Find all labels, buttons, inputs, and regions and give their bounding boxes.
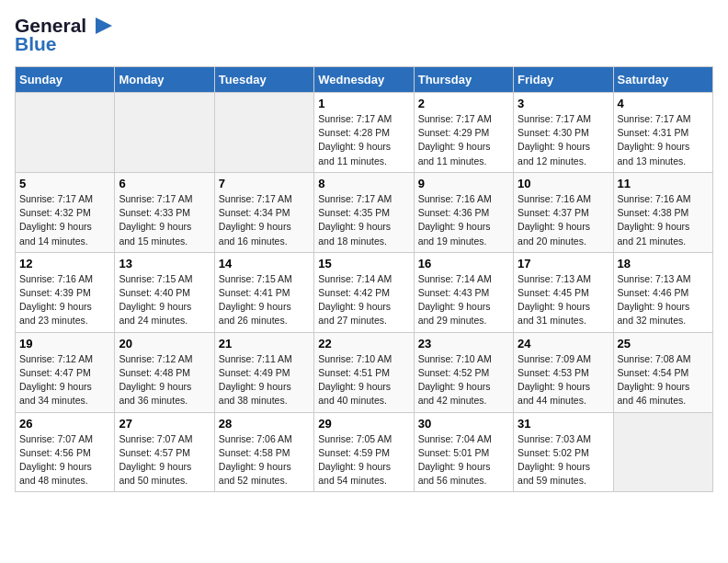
calendar-cell: 26Sunrise: 7:07 AMSunset: 4:56 PMDayligh…: [16, 412, 115, 492]
calendar-cell: [613, 412, 712, 492]
day-number: 14: [219, 257, 310, 270]
day-detail: Sunrise: 7:15 AMSunset: 4:41 PMDaylight:…: [219, 272, 310, 328]
calendar-cell: 31Sunrise: 7:03 AMSunset: 5:02 PMDayligh…: [514, 412, 613, 492]
calendar-cell: 14Sunrise: 7:15 AMSunset: 4:41 PMDayligh…: [214, 252, 313, 332]
day-detail: Sunrise: 7:04 AMSunset: 5:01 PMDaylight:…: [418, 432, 509, 488]
calendar-cell: 7Sunrise: 7:17 AMSunset: 4:34 PMDaylight…: [214, 172, 313, 252]
calendar-cell: 24Sunrise: 7:09 AMSunset: 4:53 PMDayligh…: [514, 332, 613, 412]
calendar-cell: 30Sunrise: 7:04 AMSunset: 5:01 PMDayligh…: [414, 412, 513, 492]
day-detail: Sunrise: 7:07 AMSunset: 4:57 PMDaylight:…: [119, 432, 210, 488]
day-detail: Sunrise: 7:12 AMSunset: 4:48 PMDaylight:…: [119, 352, 210, 408]
calendar-cell: 4Sunrise: 7:17 AMSunset: 4:31 PMDaylight…: [613, 93, 712, 173]
day-detail: Sunrise: 7:08 AMSunset: 4:54 PMDaylight:…: [618, 352, 709, 408]
day-detail: Sunrise: 7:16 AMSunset: 4:36 PMDaylight:…: [418, 192, 509, 248]
day-number: 6: [119, 177, 210, 190]
day-detail: Sunrise: 7:10 AMSunset: 4:52 PMDaylight:…: [418, 352, 509, 408]
calendar-cell: 13Sunrise: 7:15 AMSunset: 4:40 PMDayligh…: [115, 252, 214, 332]
day-number: 1: [318, 97, 409, 110]
day-detail: Sunrise: 7:17 AMSunset: 4:32 PMDaylight:…: [19, 192, 110, 248]
day-number: 18: [618, 257, 709, 270]
day-detail: Sunrise: 7:13 AMSunset: 4:46 PMDaylight:…: [618, 272, 709, 328]
calendar-cell: 3Sunrise: 7:17 AMSunset: 4:30 PMDaylight…: [514, 93, 613, 173]
calendar-cell: [16, 93, 115, 173]
col-wednesday: Wednesday: [314, 67, 414, 93]
calendar-cell: 20Sunrise: 7:12 AMSunset: 4:48 PMDayligh…: [115, 332, 214, 412]
day-detail: Sunrise: 7:09 AMSunset: 4:53 PMDaylight:…: [518, 352, 609, 408]
calendar-cell: 12Sunrise: 7:16 AMSunset: 4:39 PMDayligh…: [16, 252, 115, 332]
day-detail: Sunrise: 7:16 AMSunset: 4:38 PMDaylight:…: [618, 192, 709, 248]
day-detail: Sunrise: 7:17 AMSunset: 4:29 PMDaylight:…: [418, 112, 509, 168]
logo-blue-label: Blue: [15, 33, 57, 55]
day-detail: Sunrise: 7:13 AMSunset: 4:45 PMDaylight:…: [518, 272, 609, 328]
day-number: 8: [318, 177, 409, 190]
day-number: 4: [618, 97, 709, 110]
day-number: 19: [19, 337, 110, 350]
day-number: 17: [518, 257, 609, 270]
day-detail: Sunrise: 7:07 AMSunset: 4:56 PMDaylight:…: [19, 432, 110, 488]
calendar-cell: 2Sunrise: 7:17 AMSunset: 4:29 PMDaylight…: [414, 93, 513, 173]
day-detail: Sunrise: 7:12 AMSunset: 4:47 PMDaylight:…: [19, 352, 110, 408]
calendar-cell: 22Sunrise: 7:10 AMSunset: 4:51 PMDayligh…: [314, 332, 414, 412]
calendar-cell: 17Sunrise: 7:13 AMSunset: 4:45 PMDayligh…: [514, 252, 613, 332]
day-detail: Sunrise: 7:17 AMSunset: 4:30 PMDaylight:…: [518, 112, 609, 168]
calendar-cell: 5Sunrise: 7:17 AMSunset: 4:32 PMDaylight…: [16, 172, 115, 252]
logo-triangle-icon: [88, 17, 112, 35]
calendar-cell: 28Sunrise: 7:06 AMSunset: 4:58 PMDayligh…: [214, 412, 313, 492]
calendar-cell: 19Sunrise: 7:12 AMSunset: 4:47 PMDayligh…: [16, 332, 115, 412]
day-number: 22: [318, 337, 409, 350]
day-detail: Sunrise: 7:14 AMSunset: 4:43 PMDaylight:…: [418, 272, 509, 328]
day-number: 9: [418, 177, 509, 190]
day-detail: Sunrise: 7:17 AMSunset: 4:33 PMDaylight:…: [119, 192, 210, 248]
day-detail: Sunrise: 7:06 AMSunset: 4:58 PMDaylight:…: [219, 432, 310, 488]
col-tuesday: Tuesday: [214, 67, 313, 93]
page-header: General Blue: [15, 15, 713, 55]
day-number: 30: [418, 417, 509, 431]
svg-marker-1: [96, 17, 112, 34]
col-thursday: Thursday: [414, 67, 513, 93]
day-detail: Sunrise: 7:16 AMSunset: 4:39 PMDaylight:…: [19, 272, 110, 328]
calendar-cell: 10Sunrise: 7:16 AMSunset: 4:37 PMDayligh…: [514, 172, 613, 252]
day-number: 3: [518, 97, 609, 110]
logo: General Blue: [15, 15, 112, 55]
calendar-cell: [115, 93, 214, 173]
calendar-cell: 8Sunrise: 7:17 AMSunset: 4:35 PMDaylight…: [314, 172, 414, 252]
calendar-cell: 21Sunrise: 7:11 AMSunset: 4:49 PMDayligh…: [214, 332, 313, 412]
day-number: 28: [219, 417, 310, 431]
day-number: 21: [219, 337, 310, 350]
day-detail: Sunrise: 7:15 AMSunset: 4:40 PMDaylight:…: [119, 272, 210, 328]
day-number: 26: [19, 417, 110, 431]
calendar-cell: 23Sunrise: 7:10 AMSunset: 4:52 PMDayligh…: [414, 332, 513, 412]
day-detail: Sunrise: 7:17 AMSunset: 4:35 PMDaylight:…: [318, 192, 409, 248]
day-detail: Sunrise: 7:17 AMSunset: 4:34 PMDaylight:…: [219, 192, 310, 248]
col-friday: Friday: [514, 67, 613, 93]
day-detail: Sunrise: 7:10 AMSunset: 4:51 PMDaylight:…: [318, 352, 409, 408]
day-number: 29: [318, 417, 409, 431]
day-number: 23: [418, 337, 509, 350]
calendar-cell: 15Sunrise: 7:14 AMSunset: 4:42 PMDayligh…: [314, 252, 414, 332]
day-number: 5: [19, 177, 110, 190]
day-number: 31: [518, 417, 609, 431]
day-detail: Sunrise: 7:05 AMSunset: 4:59 PMDaylight:…: [318, 432, 409, 488]
calendar-table: Sunday Monday Tuesday Wednesday Thursday…: [15, 66, 713, 492]
day-detail: Sunrise: 7:11 AMSunset: 4:49 PMDaylight:…: [219, 352, 310, 408]
calendar-cell: 27Sunrise: 7:07 AMSunset: 4:57 PMDayligh…: [115, 412, 214, 492]
calendar-cell: 16Sunrise: 7:14 AMSunset: 4:43 PMDayligh…: [414, 252, 513, 332]
day-number: 20: [119, 337, 210, 350]
col-saturday: Saturday: [613, 67, 712, 93]
calendar-cell: 9Sunrise: 7:16 AMSunset: 4:36 PMDaylight…: [414, 172, 513, 252]
day-detail: Sunrise: 7:17 AMSunset: 4:28 PMDaylight:…: [318, 112, 409, 168]
col-monday: Monday: [115, 67, 214, 93]
calendar-cell: 18Sunrise: 7:13 AMSunset: 4:46 PMDayligh…: [613, 252, 712, 332]
day-number: 12: [19, 257, 110, 270]
day-number: 16: [418, 257, 509, 270]
calendar-cell: [214, 93, 313, 173]
calendar-cell: 25Sunrise: 7:08 AMSunset: 4:54 PMDayligh…: [613, 332, 712, 412]
day-number: 13: [119, 257, 210, 270]
day-detail: Sunrise: 7:17 AMSunset: 4:31 PMDaylight:…: [618, 112, 709, 168]
calendar-cell: 29Sunrise: 7:05 AMSunset: 4:59 PMDayligh…: [314, 412, 414, 492]
day-number: 27: [119, 417, 210, 431]
day-number: 25: [618, 337, 709, 350]
col-sunday: Sunday: [16, 67, 115, 93]
day-number: 2: [418, 97, 509, 110]
day-number: 7: [219, 177, 310, 190]
